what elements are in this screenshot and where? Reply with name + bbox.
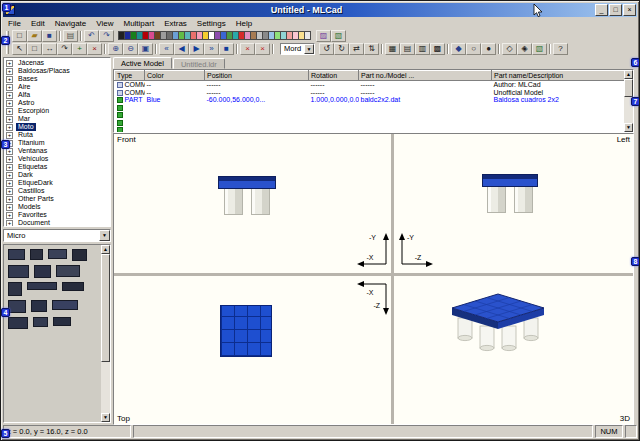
- minimize-button[interactable]: _: [595, 4, 608, 16]
- tree-item[interactable]: + Castillos: [4, 187, 110, 195]
- undo-button[interactable]: ↶: [84, 30, 99, 42]
- shaded-view-button[interactable]: ◈: [517, 43, 532, 55]
- expand-icon[interactable]: +: [6, 108, 13, 115]
- tree-item[interactable]: + Etiquetas: [4, 163, 110, 171]
- toolbar-button[interactable]: [547, 43, 553, 55]
- tree-item[interactable]: + EtiqueDark: [4, 179, 110, 187]
- column-header[interactable]: Part no./Model ...: [359, 71, 492, 81]
- toolbar-button[interactable]: [102, 43, 108, 55]
- expand-icon[interactable]: +: [6, 116, 13, 123]
- step-stop-button[interactable]: ■: [219, 43, 234, 55]
- document-tab[interactable]: Untitled.ldr: [173, 58, 225, 69]
- toolbar-gripper[interactable]: [6, 44, 9, 54]
- tree-item[interactable]: + Escorpión: [4, 107, 110, 115]
- table-row[interactable]: PART White -50.000,80.000,3... 1.000,0.0…: [115, 111, 625, 119]
- menu-item[interactable]: File: [3, 18, 26, 29]
- tree-item[interactable]: + Alfa: [4, 91, 110, 99]
- expand-icon[interactable]: +: [6, 84, 13, 91]
- column-header[interactable]: Rotation: [309, 71, 359, 81]
- tree-item[interactable]: + Titanium: [4, 139, 110, 147]
- tree-item[interactable]: + Favorites: [4, 211, 110, 219]
- toolbar-button[interactable]: [379, 43, 385, 55]
- menu-item[interactable]: View: [91, 18, 118, 29]
- tree-item[interactable]: + Jácenas: [4, 59, 110, 67]
- show-part-button[interactable]: ●: [481, 43, 496, 55]
- table-row[interactable]: PART White -30.000,80.000,1... 1.000,0.0…: [115, 119, 625, 127]
- expand-icon[interactable]: +: [6, 180, 13, 187]
- zoom-in-button[interactable]: ⊕: [108, 43, 123, 55]
- delete-step-button[interactable]: ×: [240, 43, 255, 55]
- mirror-x-button[interactable]: ⇄: [349, 43, 364, 55]
- parts-scrollbar[interactable]: ▲ ▼: [101, 245, 110, 422]
- step-first-button[interactable]: «: [159, 43, 174, 55]
- expand-icon[interactable]: +: [6, 132, 13, 139]
- grid-medium-button[interactable]: ▤: [400, 43, 415, 55]
- tree-item[interactable]: + Aire: [4, 83, 110, 91]
- toolbar-button[interactable]: [57, 30, 63, 42]
- wireframe-view-button[interactable]: ◇: [502, 43, 517, 55]
- print-button[interactable]: ▤: [63, 30, 78, 42]
- expand-icon[interactable]: +: [6, 92, 13, 99]
- menu-item[interactable]: Extras: [159, 18, 192, 29]
- context-help-button[interactable]: ?: [553, 43, 568, 55]
- expand-icon[interactable]: +: [6, 212, 13, 219]
- menu-item[interactable]: Edit: [26, 18, 50, 29]
- tree-item[interactable]: + Document: [4, 219, 110, 227]
- scrollbar-thumb[interactable]: [624, 79, 633, 97]
- part-thumbnail[interactable]: [8, 300, 26, 313]
- menu-item[interactable]: Help: [231, 18, 257, 29]
- expand-icon[interactable]: +: [6, 172, 13, 179]
- toolbar-button[interactable]: [78, 30, 84, 42]
- tree-item[interactable]: + Baldosas/Placas: [4, 67, 110, 75]
- toolbar-button[interactable]: [270, 43, 276, 55]
- tree-item[interactable]: + Ventanas: [4, 147, 110, 155]
- scroll-up-icon[interactable]: ▲: [101, 245, 110, 254]
- zoom-out-button[interactable]: ⊖: [123, 43, 138, 55]
- select-mode-button[interactable]: ↖: [12, 43, 27, 55]
- fit-window-button[interactable]: ▣: [138, 43, 153, 55]
- part-thumbnail[interactable]: [53, 317, 71, 326]
- expand-icon[interactable]: +: [6, 156, 13, 163]
- column-header[interactable]: Color: [145, 71, 205, 81]
- part-thumbnail[interactable]: [48, 249, 67, 259]
- parts-group-combo[interactable]: Micro ▼: [3, 229, 111, 242]
- tree-item[interactable]: + Moto: [4, 123, 110, 131]
- menu-item[interactable]: Navigate: [50, 18, 92, 29]
- redo-button[interactable]: ↷: [99, 30, 114, 42]
- expand-icon[interactable]: +: [6, 124, 13, 131]
- tree-item[interactable]: + Models: [4, 203, 110, 211]
- toolbar-button[interactable]: [234, 43, 240, 55]
- close-button[interactable]: ×: [623, 4, 636, 16]
- expand-icon[interactable]: +: [6, 204, 13, 211]
- part-thumbnail[interactable]: [27, 282, 57, 290]
- column-header[interactable]: Type: [115, 71, 145, 81]
- toolbar-button[interactable]: [445, 43, 451, 55]
- tree-item[interactable]: + Dark: [4, 171, 110, 179]
- expand-icon[interactable]: +: [6, 68, 13, 75]
- grid-fine-button[interactable]: ▥: [415, 43, 430, 55]
- scroll-down-icon[interactable]: ▼: [101, 413, 110, 422]
- clear-steps-button[interactable]: ×: [255, 43, 270, 55]
- part-thumbnail[interactable]: [33, 317, 48, 327]
- tree-item[interactable]: + Bases: [4, 75, 110, 83]
- table-row[interactable]: PART White -50.000,80.000,1... 1.000,0.0…: [115, 104, 625, 112]
- part-thumbnail[interactable]: [8, 265, 29, 278]
- expand-icon[interactable]: +: [6, 60, 13, 67]
- step-last-button[interactable]: »: [204, 43, 219, 55]
- document-tab[interactable]: Active Model: [113, 57, 172, 69]
- color-swatch[interactable]: [304, 31, 311, 40]
- toolbar-button[interactable]: [153, 43, 159, 55]
- save-file-button[interactable]: ■: [42, 30, 57, 42]
- part-thumbnail[interactable]: [72, 249, 87, 261]
- rotate-mode-button[interactable]: ↷: [57, 43, 72, 55]
- background-color-button[interactable]: ▧: [532, 43, 547, 55]
- transparent-toggle-button[interactable]: ▧: [331, 30, 346, 42]
- part-thumbnail[interactable]: [8, 249, 25, 260]
- rotate-step-x-button[interactable]: ↺: [319, 43, 334, 55]
- scroll-down-icon[interactable]: ▼: [624, 123, 633, 132]
- part-thumbnail[interactable]: [52, 300, 78, 310]
- table-row[interactable]: COMM... -- ------ ------ ------ Unoffici…: [115, 89, 625, 97]
- menu-item[interactable]: Multipart: [118, 18, 159, 29]
- mode-combo[interactable]: Mord ▼: [280, 43, 315, 55]
- new-file-button[interactable]: □: [12, 30, 27, 42]
